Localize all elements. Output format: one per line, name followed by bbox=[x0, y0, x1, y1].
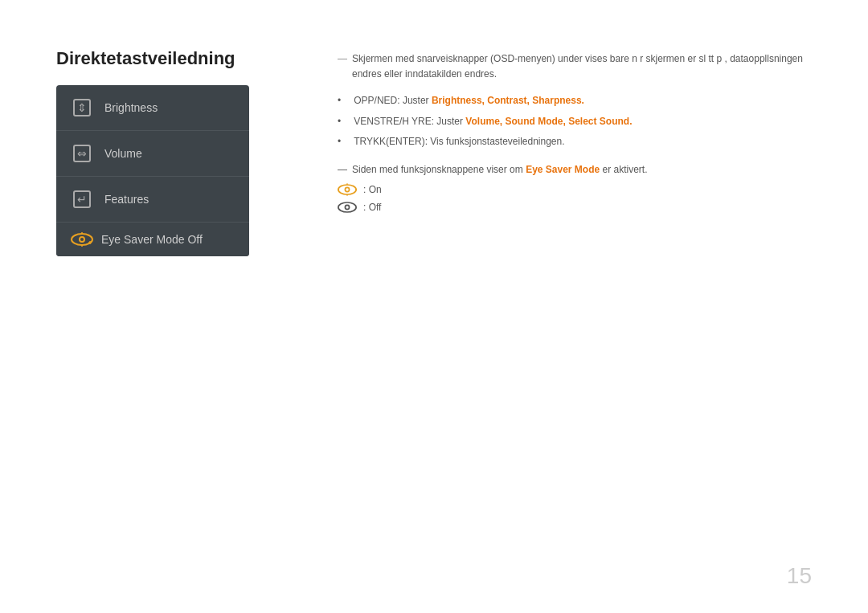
bullet-item-2: VENSTRE/H YRE: Juster Volume, Sound Mode… bbox=[338, 114, 812, 129]
off-label: : Off bbox=[363, 202, 381, 213]
eye-saver-dash: ― bbox=[338, 164, 347, 175]
menu-item-features: Features bbox=[56, 177, 249, 223]
eye-saver-label: Eye Saver Mode Off bbox=[101, 233, 203, 246]
eye-on-icon bbox=[338, 183, 357, 196]
updown-arrow-icon bbox=[73, 99, 91, 116]
bullet-list: OPP/NED: Juster Brightness, Contrast, Sh… bbox=[338, 93, 812, 149]
highlight-brightness: Brightness, Contrast, Sharpness. bbox=[432, 95, 584, 106]
features-label: Features bbox=[104, 193, 149, 206]
menu-item-volume: Volume bbox=[56, 131, 249, 177]
svg-point-11 bbox=[346, 188, 348, 190]
leftright-arrow-icon bbox=[73, 145, 91, 162]
features-icon bbox=[71, 188, 93, 210]
eye-saver-section: ― Siden med funksjonsknappene viser om E… bbox=[338, 164, 812, 214]
content-wrapper: Direktetastveiledning Brightness Volume bbox=[56, 48, 812, 256]
eye-saver-on-status: : On bbox=[338, 183, 812, 196]
svg-line-6 bbox=[88, 235, 90, 236]
eye-off-icon bbox=[338, 201, 357, 214]
volume-icon bbox=[71, 142, 93, 165]
volume-label: Volume bbox=[104, 147, 142, 160]
highlight-volume: Volume, Sound Mode, Select Sound. bbox=[465, 116, 632, 127]
bullet-item-1: OPP/NED: Juster Brightness, Contrast, Sh… bbox=[338, 93, 812, 108]
eye-saver-menu-item: Eye Saver Mode Off bbox=[56, 223, 249, 256]
svg-point-2 bbox=[80, 238, 84, 241]
eye-saver-mode-highlight: Eye Saver Mode bbox=[526, 164, 600, 175]
left-column: Direktetastveiledning Brightness Volume bbox=[56, 48, 289, 256]
brightness-icon bbox=[71, 96, 93, 119]
menu-item-brightness: Brightness bbox=[56, 85, 249, 131]
bullet-text-3: TRYKK(ENTER): Vis funksjonstasteveiledni… bbox=[354, 134, 564, 149]
page-number: 15 bbox=[787, 563, 812, 589]
eye-saver-icon bbox=[71, 232, 93, 247]
description-text: ― Skjermen med snarveisknapper (OSD-meny… bbox=[338, 51, 812, 82]
page-title: Direktetastveiledning bbox=[56, 48, 289, 69]
menu-box: Brightness Volume Features bbox=[56, 85, 249, 256]
enter-arrow-icon bbox=[73, 190, 91, 208]
svg-line-5 bbox=[75, 235, 76, 236]
on-label: : On bbox=[363, 184, 382, 195]
bullet-item-3: TRYKK(ENTER): Vis funksjonstasteveiledni… bbox=[338, 134, 812, 149]
eye-saver-off-status: : Off bbox=[338, 201, 812, 214]
right-column: ― Skjermen med snarveisknapper (OSD-meny… bbox=[338, 48, 812, 219]
bullet-text-1: OPP/NED: Juster Brightness, Contrast, Sh… bbox=[354, 93, 584, 108]
brightness-label: Brightness bbox=[104, 101, 158, 114]
desc-dash: ― bbox=[338, 51, 347, 82]
svg-line-14 bbox=[341, 186, 342, 186]
svg-line-15 bbox=[353, 186, 354, 186]
desc-content: Skjermen med snarveisknapper (OSD-menyen… bbox=[352, 51, 812, 82]
page-container: Direktetastveiledning Brightness Volume bbox=[0, 0, 868, 613]
eye-saver-description: ― Siden med funksjonsknappene viser om E… bbox=[338, 164, 812, 175]
eye-saver-desc-text: Siden med funksjonsknappene viser om Eye… bbox=[352, 164, 648, 175]
bullet-text-2: VENSTRE/H YRE: Juster Volume, Sound Mode… bbox=[354, 114, 632, 129]
svg-point-20 bbox=[346, 206, 348, 208]
